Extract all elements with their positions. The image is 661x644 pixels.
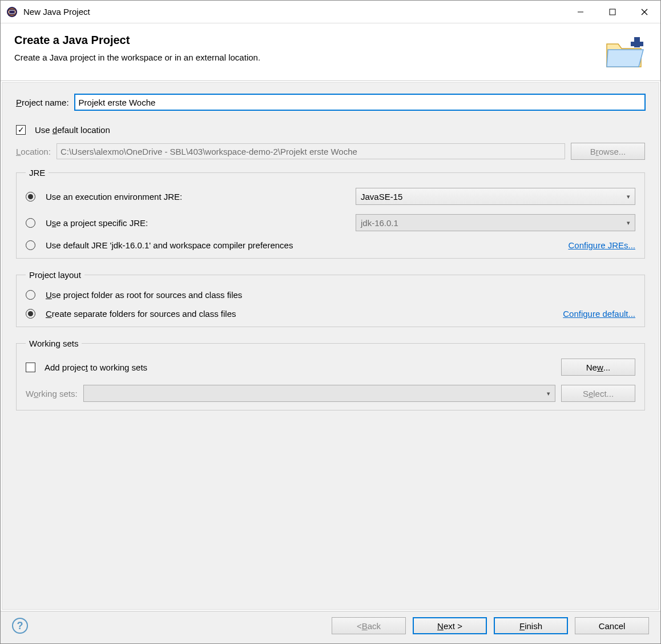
working-sets-legend: Working sets — [26, 339, 82, 348]
layout-root-label: Use project folder as root for sources a… — [46, 290, 242, 300]
jre-exec-env-radio[interactable] — [26, 192, 35, 202]
project-name-input[interactable] — [75, 94, 645, 110]
select-working-set-button: Select... — [561, 385, 635, 402]
use-default-location-label: Use default location — [35, 125, 110, 135]
configure-jres-link[interactable]: Configure JREs... — [568, 240, 635, 250]
jre-exec-env-label: Use an execution environment JRE: — [46, 192, 182, 202]
chevron-down-icon: ▾ — [547, 390, 550, 397]
dialog-window: New Java Project Create a Java Project C… — [0, 0, 661, 644]
add-to-working-sets-label: Add project to working sets — [45, 363, 147, 372]
layout-separate-radio[interactable] — [26, 309, 35, 319]
wizard-header: Create a Java Project Create a Java proj… — [1, 23, 660, 81]
jre-project-specific-value: jdk-16.0.1 — [361, 218, 398, 228]
location-label: Location: — [16, 147, 51, 156]
wizard-footer: ? < Back Next > Finish Cancel — [1, 611, 660, 643]
working-sets-select: ▾ — [83, 385, 555, 402]
finish-button[interactable]: Finish — [494, 617, 568, 634]
back-button: < Back — [332, 617, 406, 634]
jre-group: JRE Use an execution environment JRE: Ja… — [16, 168, 645, 259]
window-title: New Java Project — [23, 7, 565, 17]
jre-legend: JRE — [26, 168, 49, 178]
new-working-set-button[interactable]: New... — [561, 359, 635, 376]
jre-default-radio[interactable] — [26, 240, 35, 250]
jre-exec-env-value: JavaSE-15 — [361, 192, 402, 202]
project-layout-legend: Project layout — [26, 270, 84, 280]
minimize-button[interactable] — [565, 1, 596, 23]
working-sets-label: Working sets: — [26, 389, 78, 399]
project-layout-group: Project layout Use project folder as roo… — [16, 270, 645, 327]
use-default-location-checkbox[interactable] — [16, 125, 26, 135]
cancel-button[interactable]: Cancel — [575, 617, 649, 634]
maximize-button[interactable] — [596, 1, 628, 23]
jre-project-specific-select: jdk-16.0.1 ▾ — [356, 214, 635, 231]
chevron-down-icon: ▾ — [627, 219, 630, 227]
jre-default-label: Use default JRE 'jdk-16.0.1' and workspa… — [46, 240, 293, 250]
jre-project-specific-label: Use a project specific JRE: — [46, 218, 148, 228]
titlebar: New Java Project — [1, 1, 660, 23]
folder-java-icon — [603, 34, 647, 70]
add-to-working-sets-checkbox[interactable] — [26, 363, 35, 372]
wizard-content: Project name: Use default location Locat… — [2, 82, 659, 610]
chevron-down-icon: ▾ — [627, 193, 630, 200]
page-subtitle: Create a Java project in the workspace o… — [14, 53, 598, 62]
project-name-label: Project name: — [16, 98, 69, 107]
close-button[interactable] — [628, 1, 660, 23]
jre-project-specific-radio[interactable] — [26, 218, 35, 228]
browse-button: Browse... — [571, 143, 645, 160]
jre-exec-env-select[interactable]: JavaSE-15 ▾ — [356, 188, 635, 205]
page-title: Create a Java Project — [14, 34, 598, 47]
configure-default-link[interactable]: Configure default... — [563, 309, 635, 319]
working-sets-group: Working sets Add project to working sets… — [16, 339, 645, 410]
svg-rect-4 — [610, 9, 615, 15]
svg-rect-8 — [631, 42, 643, 46]
next-button[interactable]: Next > — [413, 617, 487, 634]
eclipse-icon — [6, 6, 18, 18]
location-input — [57, 143, 565, 159]
layout-separate-label: Create separate folders for sources and … — [46, 309, 236, 319]
layout-root-radio[interactable] — [26, 290, 35, 300]
help-button[interactable]: ? — [12, 618, 28, 634]
